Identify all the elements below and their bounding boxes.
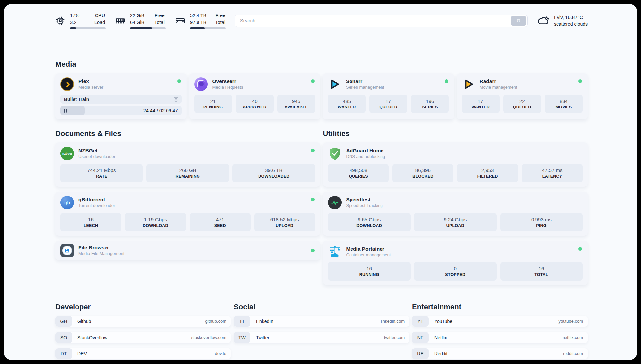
link-abbr: GH [55, 316, 72, 327]
stat-total: 16 TOTAL [500, 262, 583, 281]
dashboard-page: 17% 3.2 CPU Load [4, 4, 637, 360]
cpu-progress-bar [70, 27, 106, 29]
stat-filtered: 2,953 FILTERED [457, 164, 518, 182]
stat-upload: 9.24 Gbps UPLOAD [414, 213, 497, 231]
adguard-icon [328, 147, 342, 160]
pause-icon[interactable] [64, 109, 67, 113]
memory-total-value: 64 GiB [130, 19, 146, 25]
disk-progress-bar [190, 27, 226, 29]
app-name: Media Portainer [346, 246, 391, 252]
stat-queries: 498,508 QUERIES [328, 164, 389, 182]
section-title-media: Media [55, 60, 588, 69]
app-card-adguard[interactable]: AdGuard Home DNS and adblocking 498,508 … [323, 142, 588, 187]
link-abbr: DT [55, 348, 72, 359]
memory-progress-bar [130, 27, 166, 29]
cpu-usage-value: 17% [70, 13, 86, 18]
link-url: linkedin.com [381, 319, 405, 324]
documents-column: Documents & Files nzbget NZBGet Usenet d… [55, 129, 320, 260]
video-icon [173, 97, 179, 102]
app-name: Plex [78, 78, 103, 84]
app-description: Media server [78, 85, 103, 90]
link-url: netflix.com [563, 335, 583, 340]
link-row-linkedin[interactable]: LI LinkedIn linkedin.com [234, 316, 409, 327]
search-bar: G [235, 15, 528, 27]
link-row-reddit[interactable]: RE Reddit reddit.com [412, 348, 588, 359]
link-row-stackoverflow[interactable]: SO StackOverflow stackoverflow.com [55, 332, 231, 343]
app-description: Movie management [480, 85, 517, 90]
portainer-icon [328, 245, 342, 258]
stat-download: 9.65 Gbps DOWNLOAD [328, 213, 411, 231]
app-description: Media Requests [212, 85, 243, 90]
social-section: Social LI LinkedIn linkedin.com TW Twitt… [234, 303, 409, 348]
stat-ping: 0.993 ms PING [500, 213, 583, 231]
nzbget-icon: nzbget [60, 147, 74, 160]
cloud-icon [537, 15, 550, 26]
app-description: Speedtest Tracking [346, 203, 383, 208]
app-card-portainer[interactable]: Media Portainer Container management 16 … [323, 241, 588, 285]
app-card-overseerr[interactable]: Overseerr Media Requests 21 PENDING 40 A… [189, 73, 320, 119]
link-url: stackoverflow.com [191, 335, 226, 340]
search-engine-button[interactable]: G [511, 16, 526, 26]
app-card-radarr[interactable]: Radarr Movie management 17 WANTED 22 QUE… [457, 73, 588, 119]
stat-movies: 834 MOVIES [545, 95, 583, 113]
link-name: Netflix [434, 335, 563, 340]
section-title-developer: Developer [55, 303, 231, 311]
section-title-utilities: Utilities [323, 129, 588, 138]
app-name: Sonarr [346, 78, 384, 84]
app-description: Torrent downloader [78, 203, 115, 208]
disk-free-label: Free [215, 13, 226, 18]
stat-download: 1.19 Gbps DOWNLOAD [125, 213, 186, 231]
ram-icon [115, 16, 125, 26]
search-input[interactable] [235, 15, 528, 27]
header-bar: 17% 3.2 CPU Load [55, 11, 588, 30]
link-row-twitter[interactable]: TW Twitter twitter.com [234, 332, 409, 343]
header-divider [55, 36, 588, 36]
memory-total-label: Total [154, 19, 165, 25]
app-card-speedtest[interactable]: Speedtest Speedtest Tracking 9.65 Gbps D… [323, 192, 588, 236]
memory-metric: 22 GiB 64 GiB Free Total [115, 13, 166, 29]
status-dot [445, 79, 448, 83]
app-description: Usenet downloader [78, 154, 115, 159]
disk-free-value: 52.4 TB [190, 13, 207, 18]
stat-leech: 16 LEECH [60, 213, 121, 231]
stat-blocked: 86,396 BLOCKED [392, 164, 453, 182]
app-card-sonarr[interactable]: Sonarr Series management 485 WANTED 17 Q… [323, 73, 454, 119]
speedtest-icon [328, 196, 342, 209]
cpu-usage-label: CPU [94, 13, 105, 18]
stat-approved: 40 APPROVED [236, 95, 274, 113]
status-dot [311, 249, 315, 252]
app-name: NZBGet [78, 148, 115, 154]
app-card-nzbget[interactable]: nzbget NZBGet Usenet downloader 744.21 M… [55, 142, 320, 187]
app-card-plex[interactable]: Plex Media server Bullet Train 24:44 / 0… [55, 73, 187, 119]
disk-total-value: 97.9 TB [190, 19, 207, 25]
app-name: Radarr [480, 78, 517, 84]
link-row-github[interactable]: GH Github github.com [55, 316, 231, 327]
overseerr-icon [194, 77, 208, 91]
playback-time: 24:44 / 02:06:47 [143, 108, 178, 113]
cpu-icon [55, 16, 65, 26]
app-name: qBittorrent [78, 197, 115, 203]
app-card-qbittorrent[interactable]: qb qBittorrent Torrent downloader 16 LEE… [55, 192, 320, 236]
cpu-load-label: Load [94, 19, 105, 25]
plex-icon [60, 77, 74, 91]
section-title-documents: Documents & Files [55, 129, 320, 138]
link-url: reddit.com [563, 351, 583, 356]
app-description: Container management [346, 253, 391, 258]
cpu-load-value: 3.2 [70, 19, 86, 25]
link-row-netflix[interactable]: NF Netflix netflix.com [412, 332, 588, 343]
link-row-dev[interactable]: DT DEV dev.to [55, 348, 231, 359]
status-dot [578, 247, 582, 251]
link-url: github.com [205, 319, 226, 324]
playback-progress-bar[interactable]: 24:44 / 02:06:47 [60, 106, 182, 115]
sonarr-icon [328, 77, 341, 91]
section-title-entertainment: Entertainment [412, 303, 588, 311]
app-card-filebrowser[interactable]: File Browser Media File Management [55, 241, 320, 260]
entertainment-section: Entertainment YT YouTube youtube.com NF … [412, 303, 588, 360]
memory-free-value: 22 GiB [130, 13, 146, 18]
stat-latency: 47.57 ms LATENCY [522, 164, 583, 182]
stat-queued: 22 QUEUED [503, 95, 541, 113]
developer-section: Developer GH Github github.com SO StackO… [55, 303, 231, 360]
link-row-youtube[interactable]: YT YouTube youtube.com [412, 316, 588, 327]
link-abbr: LI [234, 316, 250, 327]
app-name: File Browser [78, 245, 124, 251]
